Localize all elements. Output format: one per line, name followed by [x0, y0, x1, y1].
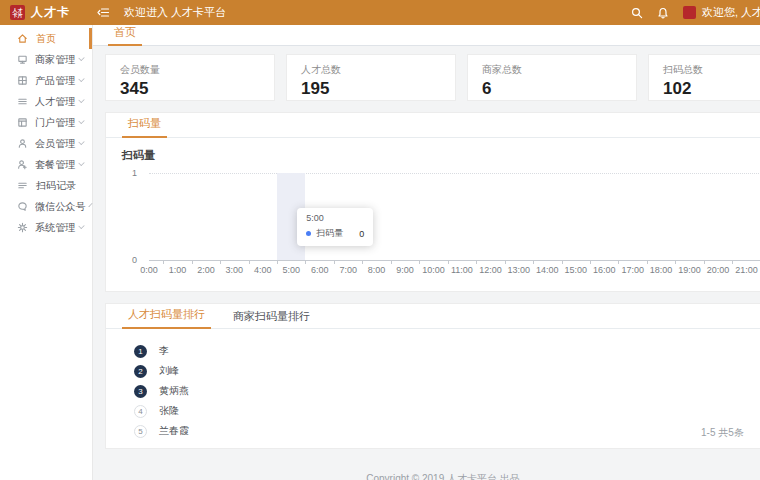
user-greeting[interactable]: 欢迎您, 人才卡 [702, 5, 760, 20]
tab-home[interactable]: 首页 [108, 22, 142, 46]
x-axis-label: 17:00 [621, 265, 644, 275]
x-axis-tick [334, 261, 335, 264]
chevron-down-icon [78, 118, 84, 124]
sidebar-item-product[interactable]: 产品管理 [0, 70, 92, 91]
x-axis-tick [505, 261, 506, 264]
sidebar-item-label: 套餐管理 [35, 158, 75, 172]
series-dot-icon [306, 231, 311, 236]
sidebar-fold-icon[interactable] [97, 6, 110, 19]
member-icon [17, 138, 28, 150]
stat-card-talents: 人才总数 195 [286, 54, 456, 101]
scan-volume-chart[interactable]: 1 0 5:00 扫码量 0 0:001:002:003:004:005:006… [141, 173, 760, 261]
list-item: 4 张隆 [134, 401, 760, 421]
rank-name: 张隆 [159, 404, 179, 418]
y-axis-label: 0 [125, 255, 137, 265]
rank-name: 刘峰 [159, 364, 179, 378]
x-axis-label: 19:00 [678, 265, 701, 275]
rank-badge: 4 [134, 405, 147, 418]
rank-badge: 2 [134, 365, 147, 378]
x-axis-label: 12:00 [479, 265, 502, 275]
sidebar-item-talent[interactable]: 人才管理 [0, 91, 92, 112]
sidebar-item-label: 会员管理 [35, 137, 75, 151]
stats-row: 会员数量 345 人才总数 195 商家总数 6 扫码总数 102 [105, 54, 760, 101]
sidebar-item-scan-record[interactable]: 扫码记录 [0, 175, 92, 196]
x-axis-label: 9:00 [396, 265, 414, 275]
stat-value: 345 [120, 79, 260, 99]
chevron-down-icon [78, 160, 84, 166]
rank-name: 黄炳燕 [159, 384, 189, 398]
x-axis-tick [220, 261, 221, 264]
x-axis-tick [562, 261, 563, 264]
x-axis-label: 20:00 [707, 265, 730, 275]
x-axis-label: 7:00 [339, 265, 357, 275]
footer-copyright: Copyright © 2019 人才卡平台 出品 [93, 472, 760, 480]
chevron-down-icon [89, 203, 93, 207]
x-axis-label: 5:00 [282, 265, 300, 275]
chevron-down-icon [78, 76, 84, 82]
tooltip-value: 0 [359, 229, 364, 239]
sidebar-item-label: 产品管理 [35, 74, 75, 88]
stat-label: 人才总数 [301, 63, 441, 77]
gridline [149, 173, 760, 174]
pagination[interactable]: 1-5 共5条 [701, 426, 760, 440]
sidebar-item-label: 系统管理 [35, 221, 75, 235]
x-axis-label: 4:00 [254, 265, 272, 275]
sidebar-item-label: 微信公众号 [35, 200, 86, 214]
search-icon[interactable] [631, 7, 643, 19]
tab-scan-volume[interactable]: 扫码量 [122, 112, 167, 138]
stat-value: 102 [663, 79, 760, 99]
sidebar-item-wechat[interactable]: 微信公众号 [0, 196, 92, 217]
rank-badge: 5 [134, 425, 147, 438]
chart-tooltip: 5:00 扫码量 0 [297, 208, 373, 246]
page-tabbar: 首页 [93, 25, 760, 46]
gear-icon [17, 222, 28, 234]
sidebar-item-package[interactable]: 套餐管理 [0, 154, 92, 175]
x-axis-label: 18:00 [650, 265, 673, 275]
x-axis-tick [590, 261, 591, 264]
rank-badge: 3 [134, 385, 147, 398]
home-icon [17, 33, 29, 45]
x-axis-tick [476, 261, 477, 264]
sidebar-item-system[interactable]: 系统管理 [0, 217, 92, 238]
welcome-text: 欢迎进入 人才卡平台 [124, 5, 226, 20]
tab-talent-ranking[interactable]: 人才扫码量排行 [122, 303, 211, 329]
x-axis-tick [419, 261, 420, 264]
x-axis-label: 14:00 [536, 265, 559, 275]
bell-icon[interactable] [657, 7, 669, 19]
wechat-icon [17, 201, 28, 213]
rank-badge: 1 [134, 345, 147, 358]
x-axis-label: 2:00 [197, 265, 215, 275]
sidebar-item-merchant[interactable]: 商家管理 [0, 49, 92, 70]
x-axis-tick [618, 261, 619, 264]
list-item: 3 黄炳燕 [134, 381, 760, 401]
x-axis-tick [163, 261, 164, 264]
list-item: 2 刘峰 [134, 361, 760, 381]
logo-seal-icon: 人才 卡片 [10, 5, 25, 20]
stat-label: 会员数量 [120, 63, 260, 77]
x-axis-label: 1:00 [169, 265, 187, 275]
stat-value: 195 [301, 79, 441, 99]
x-axis-tick [533, 261, 534, 264]
app-logo[interactable]: 人才 卡片 人才卡 [0, 4, 93, 21]
x-axis-tick [362, 261, 363, 264]
x-axis-tick [732, 261, 733, 264]
scan-record-icon [17, 180, 29, 192]
x-axis-line [149, 260, 760, 261]
sidebar-item-home[interactable]: 首页 [0, 28, 92, 49]
sidebar-item-label: 人才管理 [35, 95, 75, 109]
stat-card-scans: 扫码总数 102 [648, 54, 760, 101]
x-axis-label: 13:00 [508, 265, 531, 275]
sidebar-item-portal[interactable]: 门户管理 [0, 112, 92, 133]
rank-name: 兰春霞 [159, 424, 189, 438]
chart-title: 扫码量 [122, 148, 760, 163]
sidebar: 首页 商家管理 产品管理 人才管理 门户管理 会员管理 套餐管理 扫码记录 微信… [0, 25, 93, 480]
tooltip-time: 5:00 [306, 213, 364, 223]
tab-merchant-ranking[interactable]: 商家扫码量排行 [227, 305, 316, 329]
stat-card-merchants: 商家总数 6 [467, 54, 637, 101]
avatar[interactable] [683, 6, 696, 19]
scan-chart-panel: 扫码量 扫码量 1 0 5:00 扫码量 0 0:001:002:003:004… [105, 112, 760, 292]
portal-icon [17, 117, 28, 129]
sidebar-item-member[interactable]: 会员管理 [0, 133, 92, 154]
x-axis-label: 11:00 [451, 265, 473, 275]
x-axis-label: 10:00 [422, 265, 445, 275]
